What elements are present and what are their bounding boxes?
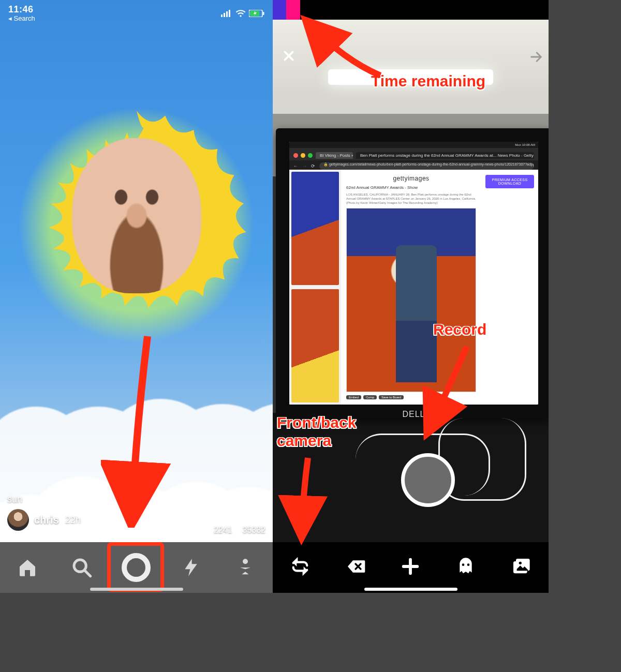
like-count: 35332 [243, 526, 266, 535]
share-button[interactable] [186, 517, 203, 535]
photo-description: LOS ANGELES, CALIFORNIA - JANUARY 26: Be… [346, 193, 476, 205]
ghost-filter-button[interactable] [455, 556, 476, 579]
svg-point-12 [467, 563, 470, 566]
monitor-screen: Mon 10:08 AM BI Viking - Posts × Ben Pla… [289, 142, 538, 405]
room-ceiling [273, 20, 549, 113]
chip-save[interactable]: Save to Board [379, 395, 404, 399]
delete-clip-button[interactable] [345, 556, 366, 579]
recording-progress-fill [273, 0, 300, 20]
battery-charging-icon [249, 10, 264, 17]
next-arrow-icon[interactable] [529, 50, 543, 66]
left-screenshot: 11:46 ◂ Search sun chris 22h 2241 [0, 0, 273, 593]
avatar[interactable] [7, 509, 29, 531]
annotation-highlight-record [107, 542, 164, 592]
sun-filter-graphic [18, 106, 256, 344]
recording-progress-bar [273, 0, 549, 20]
record-shutter-button[interactable] [401, 453, 455, 507]
nav-search[interactable] [67, 553, 96, 582]
external-monitor: Mon 10:08 AM BI Viking - Posts × Ben Pla… [276, 128, 549, 418]
ios-statusbar: 11:46 ◂ Search [0, 0, 273, 25]
svg-point-15 [519, 562, 521, 564]
add-clip-button[interactable] [400, 556, 421, 579]
chip-comp[interactable]: Comp [363, 395, 377, 399]
upload-media-button[interactable] [511, 556, 531, 579]
svg-point-10 [243, 559, 248, 564]
svg-rect-2 [224, 13, 225, 17]
post-actions: 2241 35332 [186, 506, 265, 535]
home-indicator[interactable] [90, 588, 183, 591]
comment-button[interactable]: 2241 [214, 506, 232, 535]
nav-profile[interactable] [231, 553, 260, 582]
like-button[interactable]: 35332 [243, 506, 266, 535]
wifi-icon [235, 10, 246, 17]
photo-title: 62nd Annual GRAMMY Awards - Show [346, 185, 476, 190]
camera-viewfinder[interactable]: Mon 10:08 AM BI Viking - Posts × Ben Pla… [273, 20, 549, 542]
toggle-camera-button[interactable] [290, 556, 310, 579]
nav-back-icon[interactable]: ← [293, 163, 298, 169]
username[interactable]: chris [34, 514, 59, 526]
close-button[interactable] [282, 49, 295, 66]
browser-tab-active[interactable]: Ben Platt performs onstage during the 62… [356, 152, 534, 159]
post-author-row[interactable]: chris 22h [7, 509, 81, 531]
svg-rect-4 [229, 10, 230, 17]
nav-forward-icon[interactable]: → [302, 163, 307, 169]
user-face-cutout [72, 138, 201, 293]
hero-photo[interactable] [346, 208, 476, 392]
right-screenshot: Mon 10:08 AM BI Viking - Posts × Ben Pla… [273, 0, 549, 593]
comment-count: 2241 [214, 526, 232, 535]
breadcrumb-back[interactable]: ◂ Search [8, 15, 35, 22]
gettyimages-logo: gettyimages [346, 175, 476, 182]
chip-embed[interactable]: Embed [346, 395, 361, 399]
svg-point-11 [462, 563, 465, 566]
photo-action-chips: Embed Comp Save to Board [346, 395, 476, 399]
status-time: 11:46 [8, 5, 35, 15]
svg-rect-7 [263, 12, 264, 15]
nav-home[interactable] [13, 553, 42, 582]
thumbnail[interactable] [291, 172, 339, 285]
thumbnail[interactable] [291, 289, 339, 402]
nav-activity[interactable] [176, 553, 205, 582]
svg-rect-1 [221, 14, 223, 17]
related-thumbnails [289, 170, 341, 405]
url-bar[interactable]: 🔒 gettyimages.com/detail/news-photo/ben-… [319, 162, 534, 170]
camera-bottom-toolbar [273, 542, 549, 593]
window-controls[interactable] [293, 153, 313, 158]
download-cta-button[interactable]: PREMIUM ACCESS DOWNLOAD [485, 175, 534, 188]
browser-chrome: Mon 10:08 AM BI Viking - Posts × Ben Pla… [289, 142, 538, 170]
filter-name-label: sun [7, 494, 22, 505]
webpage-content: gettyimages 62nd Annual GRAMMY Awards - … [289, 170, 538, 405]
monitor-brand-label: DELL [402, 410, 425, 419]
svg-line-9 [84, 570, 91, 576]
home-indicator[interactable] [364, 588, 457, 591]
post-time-ago: 22h [65, 515, 81, 526]
macos-menubar-time: Mon 10:08 AM [515, 143, 535, 146]
cell-signal-icon [221, 10, 232, 17]
svg-rect-3 [226, 11, 228, 17]
nav-reload-icon[interactable]: ⟳ [311, 163, 315, 169]
browser-tab[interactable]: BI Viking - Posts × [316, 152, 353, 159]
